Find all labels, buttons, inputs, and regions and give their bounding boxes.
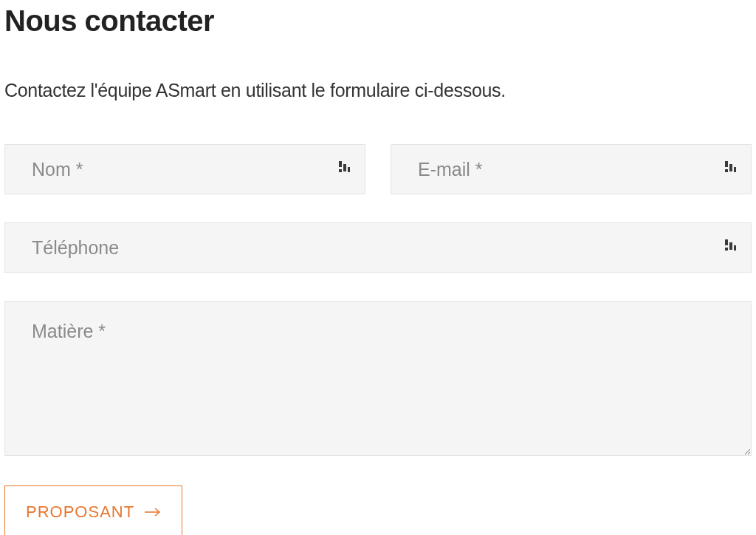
name-input[interactable] — [4, 144, 365, 194]
subject-field-wrapper — [4, 301, 752, 459]
page-title: Nous contacter — [4, 4, 752, 37]
name-field-wrapper — [4, 144, 365, 194]
form-row-1 — [4, 144, 752, 194]
email-input[interactable] — [391, 144, 752, 194]
phone-field-wrapper — [4, 222, 752, 273]
form-row-2 — [4, 222, 752, 273]
arrow-right-icon — [145, 508, 161, 517]
email-field-wrapper — [391, 144, 752, 194]
subject-textarea[interactable] — [4, 301, 752, 456]
submit-button-label: PROPOSANT — [26, 502, 134, 522]
phone-input[interactable] — [4, 222, 752, 273]
form-row-3 — [4, 301, 752, 459]
page-subtitle: Contactez l'équipe ASmart en utilisant l… — [4, 80, 752, 101]
submit-button[interactable]: PROPOSANT — [4, 485, 182, 535]
